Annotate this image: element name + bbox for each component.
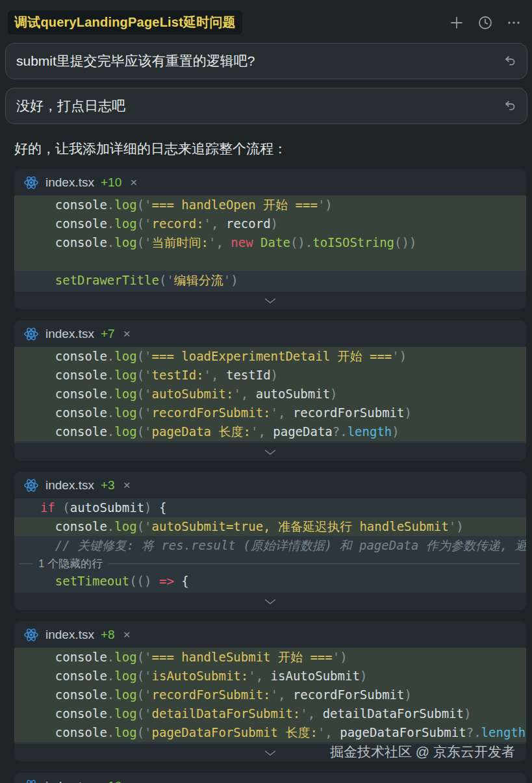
code-token: (: [62, 500, 70, 515]
code-token: log: [114, 405, 136, 420]
file-name[interactable]: index.tsx: [45, 478, 94, 493]
code-line: [14, 252, 526, 271]
code-line: console.log('pageData 长度:', pageData?.le…: [14, 422, 526, 441]
expand-code-button[interactable]: [14, 593, 526, 610]
code-token: [151, 574, 158, 588]
code-token: === handleSubmit 开始 ===: [152, 650, 333, 664]
code-token: console: [25, 725, 107, 739]
code-token: .: [107, 405, 114, 420]
code-diff-block: index.tsx +8 × console.log('=== handleSu…: [14, 621, 526, 762]
close-icon[interactable]: ×: [130, 175, 137, 190]
more-icon[interactable]: [506, 15, 522, 31]
code-token: ,: [325, 725, 340, 739]
assistant-message-text: 好的，让我添加详细的日志来追踪整个流程：: [14, 140, 518, 158]
code-token: ': [144, 349, 151, 363]
react-icon: [23, 175, 39, 190]
code-token: testId:: [152, 368, 204, 382]
code-token: [25, 500, 40, 515]
code-token: .: [107, 725, 114, 739]
code-token: ): [405, 405, 412, 420]
code-token: if: [40, 500, 55, 515]
code-token: ': [144, 706, 151, 721]
code-token: .: [107, 198, 114, 212]
diff-added-count: +8: [101, 628, 115, 642]
code-token: (: [137, 349, 144, 363]
code-token: ): [231, 273, 238, 287]
code-token: .: [107, 650, 114, 664]
code-token: ': [318, 198, 325, 212]
top-bar: 调试queryLandingPageList延时问题: [0, 0, 532, 34]
code-token: (: [137, 650, 144, 664]
close-icon[interactable]: ×: [130, 779, 137, 783]
code-token: (: [137, 725, 144, 739]
code-token: ,: [216, 235, 231, 250]
code-token: [25, 574, 55, 588]
plus-icon[interactable]: [449, 15, 464, 31]
code-token: ': [271, 687, 278, 702]
code-token: log: [114, 387, 136, 401]
code-token: [55, 500, 62, 515]
code-diff-block-partial: index.tsx +10 ×: [14, 773, 526, 783]
code-block-header: index.tsx +10 ×: [14, 773, 526, 783]
code-token: .: [107, 706, 114, 721]
code-token: 编辑分流: [174, 273, 223, 287]
code-diff-block: index.tsx +7 × console.log('=== loadExpe…: [14, 320, 526, 461]
close-icon[interactable]: ×: [123, 327, 131, 341]
collapsed-lines-indicator[interactable]: 1 个隐藏的行: [14, 555, 526, 572]
code-token: (: [137, 706, 144, 721]
code-lines: console.log('=== loadExperimentDetail 开始…: [14, 347, 526, 443]
code-token: log: [114, 198, 136, 212]
code-token: [25, 273, 55, 287]
close-icon[interactable]: ×: [123, 628, 131, 642]
code-token: .: [107, 387, 114, 401]
code-block-header: index.tsx +8 ×: [14, 621, 526, 648]
code-token: ((): [129, 574, 151, 588]
expand-code-button[interactable]: [14, 443, 526, 461]
file-name[interactable]: index.tsx: [45, 327, 94, 341]
code-token: (: [137, 387, 144, 401]
diff-added-count: +7: [101, 327, 115, 341]
code-line: if (autoSubmit) {: [14, 498, 526, 517]
file-name[interactable]: index.tsx: [45, 628, 94, 642]
watermark: 掘金技术社区 @ 京东云开发者: [330, 743, 515, 761]
code-token: ': [144, 669, 151, 683]
code-token: log: [114, 424, 136, 439]
history-icon[interactable]: [477, 15, 493, 31]
code-token: console: [25, 235, 107, 250]
code-token: =>: [159, 574, 174, 588]
code-token: ()): [394, 235, 416, 250]
code-line: console.log('pageDataForSubmit 长度:', pag…: [14, 723, 526, 742]
code-token: length: [348, 424, 392, 439]
code-token: ': [233, 387, 240, 401]
code-token: ': [449, 519, 456, 533]
code-token: ,: [258, 424, 273, 439]
code-token: {: [174, 574, 189, 588]
file-name[interactable]: index.tsx: [45, 175, 94, 190]
code-token: Date: [260, 235, 290, 250]
diff-added-count: +3: [101, 478, 115, 493]
code-token: recordForSubmit:: [152, 405, 271, 420]
code-token: ): [405, 687, 412, 702]
close-icon[interactable]: ×: [123, 478, 131, 493]
code-token: ,: [278, 687, 293, 702]
code-token: .: [107, 349, 114, 363]
expand-code-button[interactable]: [14, 292, 526, 309]
code-lines: console.log('=== handleSubmit 开始 ===') c…: [14, 648, 526, 744]
undo-icon[interactable]: [502, 98, 518, 114]
code-token: ': [271, 405, 278, 420]
code-token: autoSubmit:: [152, 387, 234, 401]
file-name[interactable]: index.tsx: [45, 779, 94, 783]
react-icon: [23, 778, 39, 783]
chevron-down-icon: [264, 750, 276, 756]
session-title[interactable]: 调试queryLandingPageList延时问题: [8, 10, 242, 34]
code-token: detailDataForSubmit:: [152, 706, 301, 721]
code-token: log: [114, 519, 136, 533]
code-token: ): [144, 500, 151, 515]
code-token: (: [137, 519, 144, 533]
code-token: console: [25, 669, 107, 683]
code-token: new: [231, 235, 253, 250]
code-token: ': [144, 235, 151, 250]
code-token: ().: [290, 235, 312, 250]
undo-icon[interactable]: [502, 53, 518, 69]
code-line: console.log('testId:', testId): [14, 366, 526, 385]
